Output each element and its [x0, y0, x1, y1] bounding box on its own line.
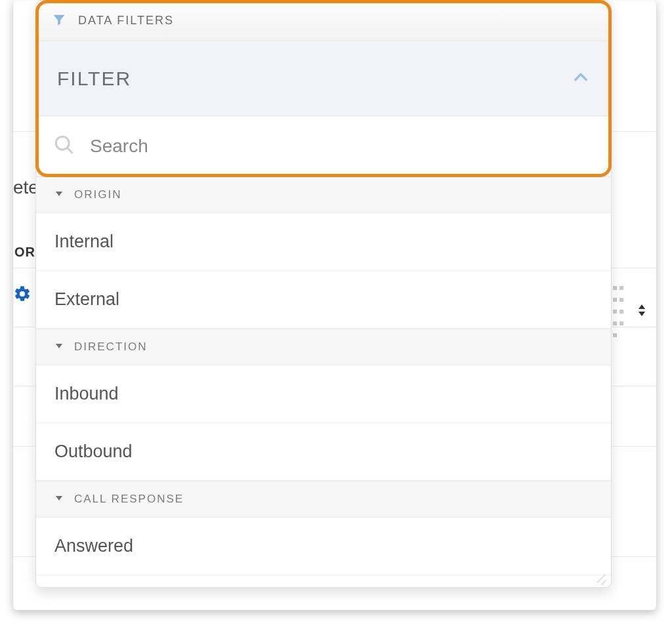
option-label: External	[54, 289, 119, 310]
option-label: Answered	[54, 536, 133, 556]
search-input[interactable]	[90, 136, 594, 157]
triangle-down-icon	[54, 493, 64, 505]
panel-title: DATA FILTERS	[78, 14, 174, 28]
option-label: Internal	[54, 232, 114, 252]
triangle-down-icon	[54, 341, 64, 353]
drag-sort-handle[interactable]	[612, 282, 647, 341]
triangle-down-icon	[54, 189, 64, 201]
search-icon	[53, 134, 75, 159]
filter-section-title: FILTER	[57, 68, 131, 90]
group-header-origin[interactable]: ORIGIN	[36, 176, 611, 213]
filter-option-outbound[interactable]: Outbound	[36, 423, 611, 481]
svg-point-2	[56, 136, 69, 150]
gear-icon[interactable]	[13, 285, 32, 306]
sort-arrows-icon	[637, 302, 647, 321]
filter-option-answered[interactable]: Answered	[36, 518, 611, 575]
svg-marker-6	[56, 496, 62, 501]
filter-option-inbound[interactable]: Inbound	[36, 365, 611, 423]
group-label: CALL RESPONSE	[74, 493, 184, 506]
resize-handle[interactable]	[593, 570, 606, 583]
search-row	[36, 116, 611, 176]
svg-line-3	[67, 148, 73, 154]
filter-icon	[52, 12, 66, 30]
filter-option-external[interactable]: External	[36, 271, 611, 329]
svg-marker-5	[56, 344, 62, 348]
drag-dots-icon	[612, 282, 630, 341]
filter-option-internal[interactable]: Internal	[36, 213, 611, 271]
data-filters-panel: DATA FILTERS FILTER ORIGIN	[35, 0, 612, 588]
group-label: ORIGIN	[74, 188, 121, 201]
panel-header: DATA FILTERS	[36, 1, 611, 41]
svg-marker-4	[56, 192, 62, 196]
option-label: Inbound	[54, 384, 119, 404]
svg-marker-0	[639, 304, 645, 309]
group-header-call-response[interactable]: CALL RESPONSE	[36, 481, 611, 518]
bg-column-header: OR	[14, 245, 35, 260]
option-label: Outbound	[54, 442, 133, 462]
group-label: DIRECTION	[74, 340, 148, 354]
svg-marker-1	[639, 312, 645, 316]
chevron-up-icon	[572, 68, 590, 89]
screenshot-card: ete OR DATA FILTERS	[13, 0, 656, 610]
group-header-direction[interactable]: DIRECTION	[36, 329, 611, 365]
filter-section-header[interactable]: FILTER	[36, 41, 611, 116]
